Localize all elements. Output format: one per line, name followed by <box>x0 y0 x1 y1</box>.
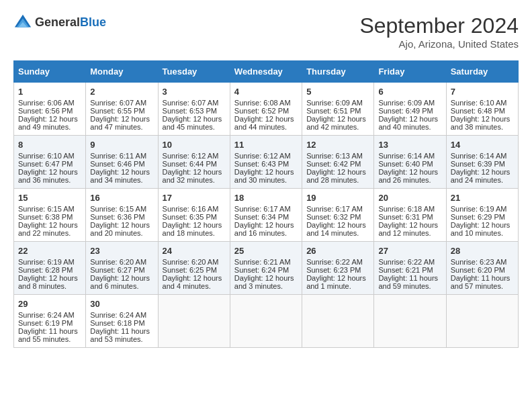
day-number: 8 <box>18 140 81 150</box>
day-number: 9 <box>90 140 153 150</box>
calendar-cell <box>230 295 302 348</box>
day-info-line: and 20 minutes. <box>90 229 153 237</box>
day-info-line: Daylight: 12 hours <box>306 168 369 176</box>
day-number: 11 <box>234 140 298 150</box>
day-info-line: Daylight: 12 hours <box>163 168 226 176</box>
day-number: 24 <box>163 246 226 256</box>
day-info-line: Sunset: 6:39 PM <box>451 160 514 168</box>
day-info-line: Daylight: 12 hours <box>234 274 298 282</box>
day-number: 21 <box>451 193 514 203</box>
day-info-line: Sunrise: 6:18 AM <box>378 205 441 213</box>
day-info-line: and 16 minutes. <box>234 229 298 237</box>
day-info-line: Daylight: 12 hours <box>451 115 514 123</box>
day-info-line: Sunset: 6:35 PM <box>163 213 226 221</box>
header-cell-wednesday: Wednesday <box>230 61 302 83</box>
day-info-line: Sunset: 6:19 PM <box>18 319 81 327</box>
day-info-line: Sunrise: 6:06 AM <box>18 99 81 107</box>
day-info-line: and 36 minutes. <box>18 176 81 184</box>
day-info-line: and 22 minutes. <box>18 229 81 237</box>
day-info-line: Sunrise: 6:19 AM <box>451 205 514 213</box>
title-block: September 2024 Ajo, Arizona, United Stat… <box>359 13 519 50</box>
calendar-cell: 16Sunrise: 6:15 AMSunset: 6:36 PMDayligh… <box>86 189 158 242</box>
day-info-line: and 49 minutes. <box>18 123 81 131</box>
calendar-cell: 1Sunrise: 6:06 AMSunset: 6:56 PMDaylight… <box>14 83 86 136</box>
day-info-line: Daylight: 12 hours <box>451 168 514 176</box>
calendar-cell: 26Sunrise: 6:22 AMSunset: 6:23 PMDayligh… <box>302 242 374 295</box>
day-info-line: Daylight: 12 hours <box>378 168 441 176</box>
day-number: 1 <box>18 87 81 97</box>
day-info-line: Sunrise: 6:24 AM <box>90 311 153 319</box>
day-info-line: Sunrise: 6:12 AM <box>234 152 298 160</box>
day-info-line: Sunset: 6:36 PM <box>90 213 153 221</box>
day-info-line: Sunset: 6:52 PM <box>234 107 298 115</box>
day-info-line: and 53 minutes. <box>90 335 153 343</box>
day-number: 18 <box>234 193 298 203</box>
day-info-line: Sunset: 6:44 PM <box>163 160 226 168</box>
calendar-cell: 11Sunrise: 6:12 AMSunset: 6:43 PMDayligh… <box>230 136 302 189</box>
day-number: 16 <box>90 193 153 203</box>
calendar-cell: 20Sunrise: 6:18 AMSunset: 6:31 PMDayligh… <box>374 189 446 242</box>
day-number: 10 <box>163 140 226 150</box>
day-info-line: Sunset: 6:46 PM <box>90 160 153 168</box>
calendar-cell: 24Sunrise: 6:20 AMSunset: 6:25 PMDayligh… <box>158 242 230 295</box>
day-info-line: Sunset: 6:51 PM <box>306 107 369 115</box>
day-info-line: Sunset: 6:38 PM <box>18 213 81 221</box>
day-number: 30 <box>90 299 153 309</box>
day-info-line: and 26 minutes. <box>378 176 441 184</box>
day-info-line: Daylight: 12 hours <box>163 115 226 123</box>
calendar-cell <box>374 295 446 348</box>
day-number: 23 <box>90 246 153 256</box>
day-info-line: Sunrise: 6:08 AM <box>234 99 298 107</box>
day-info-line: Sunrise: 6:11 AM <box>90 152 153 160</box>
day-info-line: Sunrise: 6:24 AM <box>18 311 81 319</box>
calendar-cell <box>158 295 230 348</box>
calendar-week-5: 29Sunrise: 6:24 AMSunset: 6:19 PMDayligh… <box>14 295 519 348</box>
day-number: 3 <box>163 87 226 97</box>
day-info-line: Sunrise: 6:16 AM <box>163 205 226 213</box>
day-info-line: and 6 minutes. <box>90 282 153 290</box>
day-info-line: Sunset: 6:47 PM <box>18 160 81 168</box>
day-info-line: and 12 minutes. <box>378 229 441 237</box>
day-info-line: and 45 minutes. <box>163 123 226 131</box>
day-info-line: Sunrise: 6:10 AM <box>451 99 514 107</box>
day-info-line: and 1 minute. <box>306 282 369 290</box>
day-info-line: and 40 minutes. <box>378 123 441 131</box>
day-info-line: Sunset: 6:43 PM <box>234 160 298 168</box>
day-info-line: and 32 minutes. <box>163 176 226 184</box>
calendar-cell: 21Sunrise: 6:19 AMSunset: 6:29 PMDayligh… <box>446 189 518 242</box>
logo-icon <box>13 13 32 32</box>
day-info-line: and 8 minutes. <box>18 282 81 290</box>
calendar-cell: 2Sunrise: 6:07 AMSunset: 6:55 PMDaylight… <box>86 83 158 136</box>
day-info-line: Sunrise: 6:07 AM <box>90 99 153 107</box>
day-number: 20 <box>378 193 441 203</box>
calendar-cell: 10Sunrise: 6:12 AMSunset: 6:44 PMDayligh… <box>158 136 230 189</box>
day-info-line: Sunset: 6:20 PM <box>451 266 514 274</box>
day-info-line: Sunset: 6:24 PM <box>234 266 298 274</box>
calendar-header-row: SundayMondayTuesdayWednesdayThursdayFrid… <box>14 61 519 83</box>
day-info-line: and 10 minutes. <box>451 229 514 237</box>
day-info-line: Daylight: 12 hours <box>378 115 441 123</box>
header-cell-monday: Monday <box>86 61 158 83</box>
day-info-line: Sunrise: 6:17 AM <box>234 205 298 213</box>
day-info-line: Daylight: 11 hours <box>451 274 514 282</box>
day-info-line: and 4 minutes. <box>163 282 226 290</box>
calendar-cell: 4Sunrise: 6:08 AMSunset: 6:52 PMDaylight… <box>230 83 302 136</box>
day-info-line: Sunset: 6:55 PM <box>90 107 153 115</box>
day-info-line: and 47 minutes. <box>90 123 153 131</box>
day-info-line: Sunset: 6:42 PM <box>306 160 369 168</box>
day-info-line: Daylight: 12 hours <box>378 221 441 229</box>
calendar-cell: 6Sunrise: 6:09 AMSunset: 6:49 PMDaylight… <box>374 83 446 136</box>
day-info-line: and 57 minutes. <box>451 282 514 290</box>
day-number: 4 <box>234 87 298 97</box>
day-info-line: and 44 minutes. <box>234 123 298 131</box>
calendar-cell: 8Sunrise: 6:10 AMSunset: 6:47 PMDaylight… <box>14 136 86 189</box>
day-info-line: Sunrise: 6:21 AM <box>234 258 298 266</box>
day-info-line: Daylight: 12 hours <box>18 221 81 229</box>
day-number: 2 <box>90 87 153 97</box>
day-info-line: Sunrise: 6:07 AM <box>163 99 226 107</box>
day-info-line: and 18 minutes. <box>163 229 226 237</box>
day-info-line: Sunset: 6:18 PM <box>90 319 153 327</box>
day-info-line: Sunset: 6:27 PM <box>90 266 153 274</box>
day-info-line: Daylight: 12 hours <box>18 274 81 282</box>
day-info-line: Daylight: 12 hours <box>306 274 369 282</box>
